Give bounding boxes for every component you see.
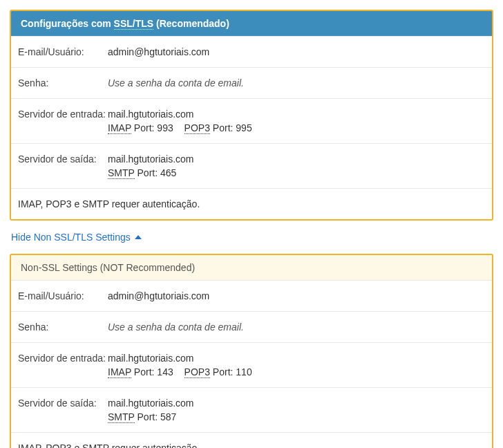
- nonssl-outgoing-row: Servidor de saída: mail.hgtutoriais.com …: [11, 387, 492, 432]
- outgoing-label: Servidor de saída:: [18, 398, 108, 409]
- incoming-ports: IMAP Port: 143 POP3 Port: 110: [108, 366, 485, 377]
- imap-port: 993: [157, 122, 173, 133]
- ssl-outgoing-row: Servidor de saída: mail.hgtutoriais.com …: [11, 143, 492, 188]
- nonssl-panel-header: Non-SSL Settings (NOT Recommended): [11, 255, 492, 280]
- password-value: Use a senha da conta de email.: [108, 321, 244, 333]
- outgoing-server: mail.hgtutoriais.com: [108, 398, 485, 409]
- password-label: Senha:: [18, 321, 108, 333]
- nonssl-settings-panel: Non-SSL Settings (NOT Recommended) E-mai…: [10, 254, 493, 448]
- smtp-protocol: SMTP: [108, 411, 135, 423]
- pop3-port: 110: [236, 366, 252, 377]
- nonssl-email-row: E-mail/Usuário: admin@hgtutoriais.com: [11, 280, 492, 311]
- smtp-protocol: SMTP: [108, 167, 135, 179]
- toggle-nonssl-link[interactable]: Hide Non SSL/TLS Settings: [10, 221, 143, 254]
- imap-protocol: IMAP: [108, 366, 131, 378]
- email-label: E-mail/Usuário:: [18, 46, 108, 57]
- incoming-label: Servidor de entrada:: [18, 109, 108, 120]
- ssl-header-protocol: SSL/TLS: [114, 18, 154, 30]
- email-value: admin@hgtutoriais.com: [108, 290, 485, 301]
- outgoing-ports: SMTP Port: 587: [108, 411, 485, 422]
- smtp-port-label: Port:: [135, 411, 160, 422]
- pop3-protocol: POP3: [184, 366, 210, 378]
- incoming-server: mail.hgtutoriais.com: [108, 353, 485, 364]
- chevron-up-icon: [135, 235, 142, 239]
- ssl-incoming-row: Servidor de entrada: mail.hgtutoriais.co…: [11, 98, 492, 143]
- nonssl-incoming-row: Servidor de entrada: mail.hgtutoriais.co…: [11, 342, 492, 387]
- pop3-port-label: Port:: [210, 122, 236, 133]
- incoming-label: Servidor de entrada:: [18, 353, 108, 364]
- outgoing-ports: SMTP Port: 465: [108, 167, 485, 178]
- smtp-port: 465: [160, 167, 176, 178]
- smtp-port: 587: [160, 411, 176, 422]
- ssl-panel-header: Configurações com SSL/TLS (Recomendado): [11, 11, 492, 36]
- password-label: Senha:: [18, 77, 108, 88]
- nonssl-auth-note: IMAP, POP3 e SMTP requer autenticação.: [11, 432, 492, 448]
- incoming-ports: IMAP Port: 993 POP3 Port: 995: [108, 122, 485, 133]
- ssl-settings-panel: Configurações com SSL/TLS (Recomendado) …: [10, 10, 493, 221]
- ssl-header-prefix: Configurações com: [21, 18, 114, 29]
- outgoing-label: Servidor de saída:: [18, 153, 108, 165]
- incoming-server: mail.hgtutoriais.com: [108, 109, 485, 120]
- toggle-label: Hide Non SSL/TLS Settings: [11, 232, 131, 243]
- password-value: Use a senha da conta de email.: [108, 77, 244, 88]
- pop3-port: 995: [236, 122, 252, 133]
- imap-port-label: Port:: [131, 366, 157, 377]
- imap-protocol: IMAP: [108, 122, 131, 134]
- ssl-header-suffix: (Recomendado): [153, 18, 229, 29]
- outgoing-server: mail.hgtutoriais.com: [108, 153, 485, 165]
- pop3-protocol: POP3: [184, 122, 210, 134]
- ssl-email-row: E-mail/Usuário: admin@hgtutoriais.com: [11, 36, 492, 67]
- ssl-auth-note: IMAP, POP3 e SMTP requer autenticação.: [11, 188, 492, 219]
- nonssl-password-row: Senha: Use a senha da conta de email.: [11, 311, 492, 342]
- imap-port-label: Port:: [131, 122, 157, 133]
- smtp-port-label: Port:: [135, 167, 160, 178]
- email-value: admin@hgtutoriais.com: [108, 46, 485, 57]
- pop3-port-label: Port:: [210, 366, 236, 377]
- email-label: E-mail/Usuário:: [18, 290, 108, 301]
- imap-port: 143: [157, 366, 173, 377]
- ssl-password-row: Senha: Use a senha da conta de email.: [11, 67, 492, 98]
